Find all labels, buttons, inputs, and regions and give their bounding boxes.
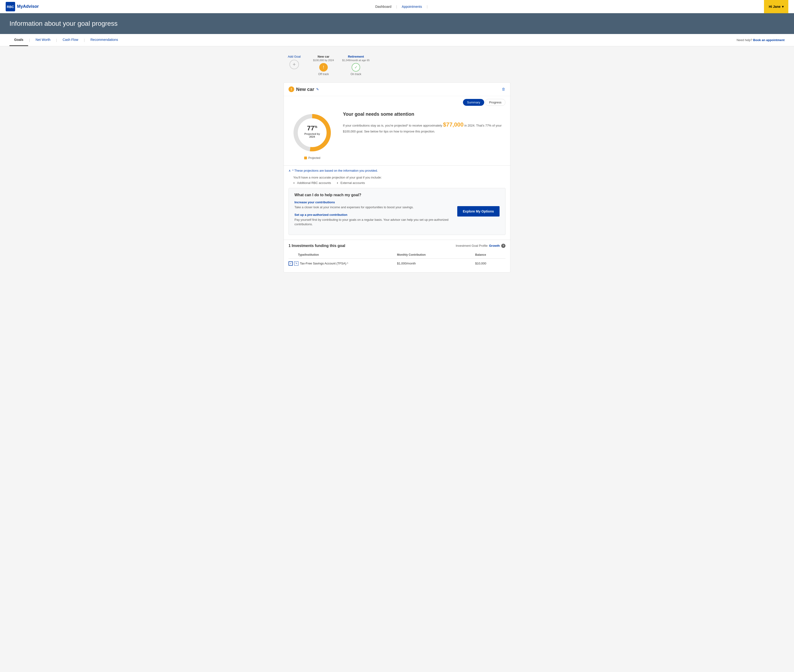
goal-cards-row: Add Goal + New car $100,000 by 2024 ! Of…	[284, 51, 510, 80]
investment-goal-profile-label: Investment Goal Profile	[456, 244, 488, 248]
col-header-monthly: Monthly Contribution	[397, 251, 475, 259]
projections-content: You'll have a more accurate projection o…	[289, 174, 505, 185]
donut-legend-dot	[304, 157, 307, 159]
goal-card-retirement[interactable]: Retirement $1,049/month at age 65 ✓ On t…	[342, 55, 370, 76]
col-header-balance: Balance	[475, 251, 505, 259]
investment-goal-profile: Investment Goal Profile Growth ?	[456, 244, 505, 248]
tab-goals[interactable]: Goals	[10, 34, 28, 46]
tab-cash-flow[interactable]: Cash Flow	[58, 34, 83, 46]
nav-appointments[interactable]: Appointments	[402, 5, 422, 8]
nav-divider-2: |	[427, 5, 428, 8]
option-link-1[interactable]: Set up a pre-authorized contribution	[294, 213, 452, 216]
goal-status-icon-retirement: ✓	[351, 63, 360, 72]
donut-chart: 77% Projected by 2024	[291, 112, 334, 154]
summary-progress-tabs: Summary Progress	[284, 96, 510, 106]
user-dropdown-icon: ▾	[782, 5, 784, 8]
svg-text:RBC: RBC	[7, 5, 14, 8]
goal-section-title: New car	[296, 86, 314, 92]
donut-chart-area: 77% Projected by 2024 Projected	[291, 112, 334, 160]
goal-status-icon-new-car: !	[319, 63, 328, 72]
page-tabs: Goals | Net Worth | Cash Flow | Recommen…	[0, 34, 794, 46]
checkbox-cell: ✓ ✎ Tax-Free Savings Account (TFSA) ¹	[289, 261, 397, 266]
investments-section: 1 Investments funding this goal Investme…	[284, 240, 510, 272]
option-link-0[interactable]: Increase your contributions	[294, 200, 452, 204]
growth-label: Growth	[489, 244, 500, 248]
add-goal-label: Add Goal	[288, 55, 301, 58]
book-appointment-link[interactable]: Book an appointment	[753, 38, 784, 42]
goal-card-subtitle-retirement: $1,049/month at age 65	[342, 59, 370, 62]
donut-projected-label: Projected by 2024	[302, 133, 323, 138]
goal-card-subtitle-new-car: $100,000 by 2024	[313, 59, 334, 62]
goal-summary-text: Your goal needs some attention If your c…	[343, 112, 503, 134]
investments-table-body: ✓ ✎ Tax-Free Savings Account (TFSA) ¹ $1…	[289, 258, 505, 269]
investment-type-label: Tax-Free Savings Account (TFSA) ¹	[300, 262, 348, 265]
goal-card-title-retirement: Retirement	[348, 55, 364, 58]
attention-prefix: If your contributions stay as is, you're…	[343, 124, 442, 127]
logo-area: RBC MyAdvisor	[6, 2, 39, 11]
summary-tab[interactable]: Summary	[463, 99, 484, 106]
investment-type-cell: ✓ ✎ Tax-Free Savings Account (TFSA) ¹	[289, 258, 397, 269]
goal-section-new-car: ! New car ✎ 🗑 Summary Progress	[284, 82, 510, 272]
nav-divider-1: |	[396, 5, 397, 8]
main-nav: Dashboard | Appointments |	[375, 5, 427, 8]
projections-toggle-icon: ∧	[289, 169, 291, 172]
tab-div-1: |	[28, 38, 31, 42]
projections-toggle[interactable]: ∧ * These projections are based on the i…	[289, 169, 505, 172]
explore-my-options-button[interactable]: Explore My Options	[457, 206, 500, 216]
attention-heading: Your goal needs some attention	[343, 112, 503, 117]
page-title-bar: Information about your goal progress	[0, 13, 794, 34]
rbc-logo-icon: RBC	[6, 2, 15, 11]
goal-card-new-car[interactable]: New car $100,000 by 2024 ! Off track	[311, 55, 337, 76]
projections-note: ∧ * These projections are based on the i…	[284, 165, 510, 188]
investments-table-head: Type/Institution Monthly Contribution Ba…	[289, 251, 505, 259]
page-title: Information about your goal progress	[10, 20, 784, 27]
option-desc-1: Pay yourself first by contributing to yo…	[294, 218, 452, 227]
projections-detail: You'll have a more accurate projection o…	[293, 176, 382, 179]
col-header-type: Type/Institution	[289, 251, 397, 259]
goal-summary-body: 77% Projected by 2024 Projected Your goa…	[284, 106, 510, 165]
projections-item-1: External accounts	[340, 181, 365, 185]
investments-table: Type/Institution Monthly Contribution Ba…	[289, 251, 505, 269]
goal-section-header: ! New car ✎ 🗑	[284, 83, 510, 96]
app-header: RBC MyAdvisor Dashboard | Appointments |…	[0, 0, 794, 13]
row-checkbox[interactable]: ✓	[289, 261, 293, 266]
donut-center: 77% Projected by 2024	[302, 125, 323, 138]
tab-div-3: |	[83, 38, 86, 42]
investment-balance-cell: $10,000	[475, 258, 505, 269]
tab-recommendations[interactable]: Recommendations	[86, 34, 123, 46]
goal-delete-icon[interactable]: 🗑	[502, 87, 505, 91]
investments-table-header-row: Type/Institution Monthly Contribution Ba…	[289, 251, 505, 259]
main-content: Add Goal + New car $100,000 by 2024 ! Of…	[279, 46, 515, 282]
add-goal-card[interactable]: Add Goal +	[284, 55, 305, 69]
user-menu-button[interactable]: Hi Jane ▾	[764, 0, 788, 13]
need-help-area: Need help? Book an appointment	[736, 38, 784, 42]
add-goal-plus-icon[interactable]: +	[289, 60, 299, 69]
projections-item-0: Additional RBC accounts	[297, 181, 331, 185]
option-desc-0: Take a closer look at your income and ex…	[294, 205, 452, 210]
attention-body: If your contributions stay as is, you're…	[343, 120, 503, 134]
progress-tab[interactable]: Progress	[485, 99, 505, 106]
investments-title: 1 Investments funding this goal	[289, 244, 345, 248]
projections-list: Additional RBC accounts External account…	[293, 181, 505, 185]
row-edit-button[interactable]: ✎	[294, 261, 298, 266]
goal-card-title-new-car: New car	[318, 55, 329, 58]
investments-header: 1 Investments funding this goal Investme…	[289, 244, 505, 248]
what-can-i-do-heading: What can I do to help reach my goal?	[294, 193, 452, 197]
goal-edit-icon[interactable]: ✎	[316, 87, 319, 91]
investment-monthly-cell: $1,000/month	[397, 258, 475, 269]
table-row: ✓ ✎ Tax-Free Savings Account (TFSA) ¹ $1…	[289, 258, 505, 269]
donut-legend: Projected	[304, 156, 321, 160]
tab-div-2: |	[55, 38, 58, 42]
what-can-i-do-box: What can I do to help reach my goal? Inc…	[289, 188, 505, 235]
info-icon[interactable]: ?	[501, 244, 505, 248]
tab-net-worth[interactable]: Net Worth	[31, 34, 55, 46]
goal-status-label-retirement: On track	[350, 72, 361, 76]
projections-note-text: * These projections are based on the inf…	[292, 169, 378, 172]
nav-dashboard[interactable]: Dashboard	[375, 5, 391, 8]
donut-percent: 77%	[302, 125, 323, 132]
user-greeting: Hi Jane	[769, 5, 781, 8]
goal-status-label-new-car: Off track	[318, 72, 329, 76]
what-can-i-do-content: What can I do to help reach my goal? Inc…	[294, 193, 452, 230]
donut-legend-text: Projected	[308, 156, 321, 160]
brand-name: MyAdvisor	[17, 4, 39, 9]
